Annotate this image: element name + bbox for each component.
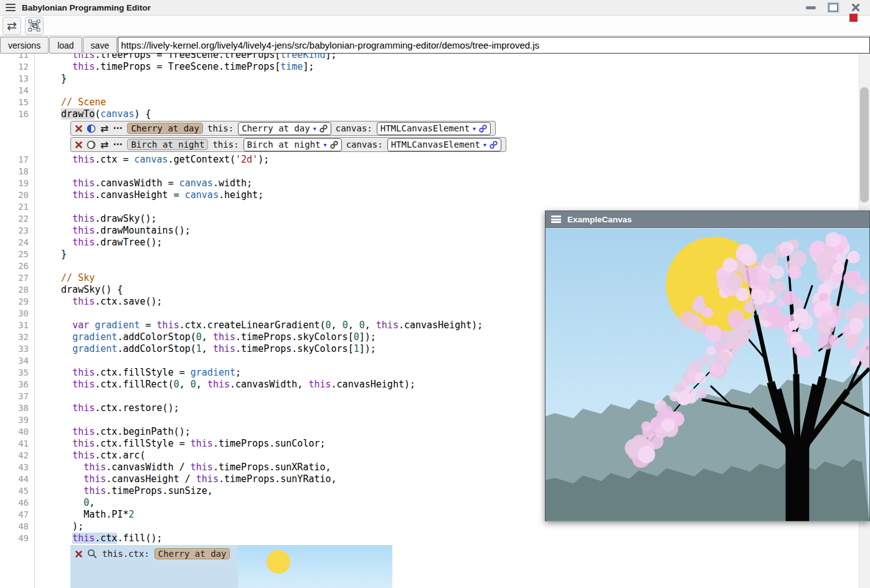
code-text: gradient.addColorStop(0, this.timeProps.…	[34, 331, 376, 343]
example-row-birch[interactable]: ⇄⋯Birch at nightthis:Birch at night▾canv…	[70, 137, 506, 152]
code-text: this.ctx.arc(	[34, 450, 146, 462]
more-options-icon[interactable]: ⋯	[113, 139, 123, 150]
link-icon[interactable]	[479, 125, 487, 133]
load-button[interactable]: load	[49, 37, 82, 54]
close-widget-icon[interactable]	[75, 141, 82, 148]
code-text	[34, 85, 50, 97]
code-text	[34, 260, 50, 272]
line-number: 48	[0, 521, 34, 533]
code-text: );	[34, 521, 83, 533]
scrollbar-thumb[interactable]	[860, 87, 869, 202]
code-text: this.ctx.beginPath();	[34, 426, 191, 438]
close-widget-icon[interactable]	[75, 551, 82, 557]
line-number: 28	[0, 284, 34, 296]
link-icon[interactable]	[489, 141, 498, 149]
code-line[interactable]: 48 );	[0, 521, 870, 533]
this-binding-dropdown[interactable]: Cherry at day▾	[238, 122, 331, 135]
line-number: 20	[0, 189, 34, 201]
chevron-down-icon: ▾	[473, 125, 476, 132]
code-line[interactable]: 19 this.canvasWidth = canvas.width;	[0, 178, 870, 189]
maximize-button[interactable]	[828, 2, 839, 12]
line-number: 30	[0, 308, 34, 320]
close-widget-icon[interactable]	[75, 125, 82, 132]
code-line[interactable]: 20 this.canvasHeight = canvas.height;	[0, 189, 870, 201]
code-text: drawSky() {	[34, 284, 123, 296]
minimize-icon	[806, 6, 816, 9]
code-line[interactable]: 11 this.treeProps = TreeScene.treeProps[…	[0, 54, 870, 61]
example-canvas-titlebar[interactable]: ExampleCanvas	[546, 211, 869, 228]
close-button[interactable]	[850, 2, 861, 12]
swap-example-icon[interactable]: ⇄	[100, 123, 108, 135]
link-icon[interactable]	[330, 141, 338, 149]
more-options-icon[interactable]: ⋯	[113, 123, 123, 134]
line-number: 25	[0, 249, 34, 260]
code-text: }	[34, 249, 67, 260]
url-input[interactable]	[118, 37, 870, 54]
code-line[interactable]: 17 this.ctx = canvas.getContext('2d');	[0, 154, 870, 166]
line-number: 16	[0, 108, 34, 120]
example-canvas-window[interactable]: ExampleCanvas	[545, 211, 870, 521]
code-text	[34, 201, 50, 213]
canvas-binding-dropdown[interactable]: HTMLCanvasElement▾	[387, 138, 501, 151]
frame-tool-button[interactable]	[25, 17, 44, 35]
line-number: 42	[0, 450, 34, 462]
example-name-badge[interactable]: Birch at night	[127, 139, 208, 150]
line-number: 27	[0, 272, 34, 284]
code-text: drawTo(canvas) {	[34, 108, 151, 120]
example-canvas-title: ExampleCanvas	[567, 215, 632, 224]
line-number: 23	[0, 225, 34, 237]
line-number: 36	[0, 379, 34, 391]
example-active-toggle-icon[interactable]	[87, 124, 96, 133]
example-canvas-menu-icon[interactable]	[551, 216, 561, 223]
example-name-badge[interactable]: Cherry at day	[127, 123, 203, 134]
code-text: this.drawMountains();	[34, 225, 191, 237]
swap-tool-button[interactable]: ⇄	[2, 17, 21, 35]
menu-icon[interactable]	[6, 4, 16, 11]
line-number: 15	[0, 97, 34, 108]
code-line[interactable]: 49 this.ctx.fill();	[0, 533, 870, 544]
line-number: 26	[0, 260, 34, 272]
line-number: 11	[0, 54, 34, 61]
line-number: 24	[0, 237, 34, 249]
code-text: this.canvasWidth / this.timeProps.sunXRa…	[34, 462, 331, 473]
code-line[interactable]: 15 // Scene	[0, 97, 870, 108]
code-line[interactable]: 16 drawTo(canvas) {	[0, 108, 870, 120]
canvas-binding-value: HTMLCanvasElement	[391, 140, 480, 149]
line-number: 33	[0, 343, 34, 355]
line-number: 14	[0, 85, 34, 97]
link-icon[interactable]	[319, 125, 328, 133]
code-line[interactable]: 14	[0, 85, 870, 97]
line-number: 32	[0, 331, 34, 343]
code-line[interactable]: 18	[0, 166, 870, 178]
code-text: this.ctx.fillStyle = this.timeProps.sunC…	[34, 438, 326, 450]
this-binding-dropdown[interactable]: Birch at night▾	[244, 138, 342, 151]
window-title: Babylonian Programming Editor	[22, 3, 151, 12]
code-text: this.canvasHeight = canvas.height;	[34, 189, 263, 201]
probe-example-badge[interactable]: Cherry at day	[154, 548, 230, 559]
window-controls	[805, 2, 870, 12]
code-text: this.ctx.restore();	[34, 402, 179, 414]
this-label: this:	[212, 140, 239, 149]
versions-button[interactable]: versions	[0, 37, 49, 54]
code-text: }	[34, 73, 67, 85]
line-number: 34	[0, 355, 34, 367]
swap-example-icon[interactable]: ⇄	[100, 139, 108, 151]
code-text: gradient.addColorStop(1, this.timeProps.…	[34, 343, 376, 355]
code-text: this.treeProps = TreeScene.treeProps[tre…	[34, 54, 337, 61]
code-line[interactable]: 13 }	[0, 73, 870, 85]
line-number: 22	[0, 213, 34, 225]
this-label: this:	[207, 123, 234, 133]
code-line[interactable]: 12 this.timeProps = TreeScene.timeProps[…	[0, 61, 870, 73]
probe-widget[interactable]: this.ctx:Cherry at day	[70, 545, 392, 588]
example-row-cherry[interactable]: ⇄⋯Cherry at daythis:Cherry at day▾canvas…	[70, 121, 496, 136]
code-text: this.ctx.fillRect(0, 0, this.canvasWidth…	[34, 379, 415, 391]
save-button[interactable]: save	[83, 37, 118, 54]
example-inactive-toggle-icon[interactable]	[87, 140, 96, 149]
code-text: Math.PI*2	[34, 509, 134, 521]
minimize-button[interactable]	[805, 2, 816, 12]
frame-select-icon	[28, 19, 40, 32]
canvas-binding-dropdown[interactable]: HTMLCanvasElement▾	[377, 122, 491, 135]
code-text	[34, 166, 50, 178]
line-number: 41	[0, 438, 34, 450]
maximize-icon	[828, 3, 838, 12]
